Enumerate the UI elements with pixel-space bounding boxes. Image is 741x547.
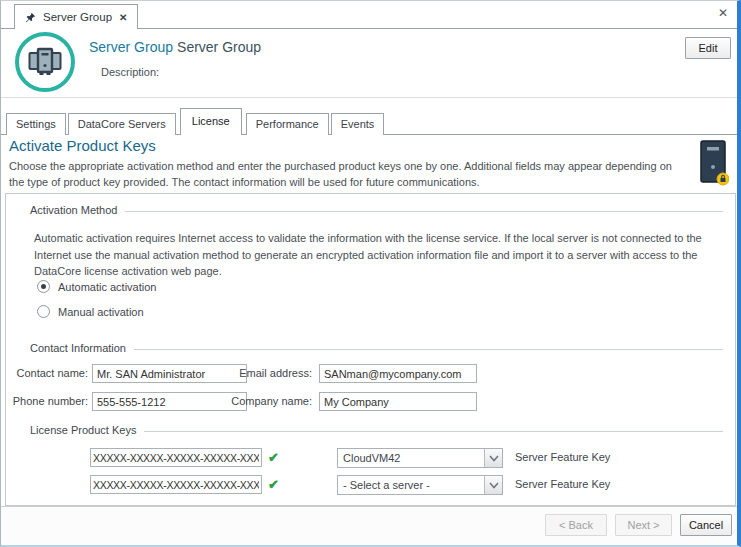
- phone-number-label: Phone number:: [6, 395, 88, 407]
- doc-tab-server-group[interactable]: Server Group ✕: [14, 4, 138, 29]
- section-label: Activation Method: [30, 204, 117, 216]
- contact-name-label: Contact name:: [6, 367, 88, 379]
- product-key-row: ✔ - Select a server - Server Feature Key: [6, 475, 735, 495]
- company-name-field[interactable]: [319, 392, 477, 411]
- chevron-down-icon[interactable]: [484, 449, 502, 467]
- key-valid-check-icon: ✔: [268, 477, 279, 492]
- section-label: Contact Information: [30, 342, 126, 354]
- group-header: Server GroupServer Group Description: Ed…: [1, 29, 737, 98]
- section-license-product-keys: License Product Keys: [30, 424, 723, 436]
- radio-manual-activation[interactable]: Manual activation: [37, 305, 144, 318]
- radio-automatic-activation[interactable]: Automatic activation: [37, 280, 156, 293]
- key-valid-check-icon: ✔: [268, 450, 279, 465]
- product-key-field[interactable]: [90, 475, 262, 494]
- license-page-head: Activate Product Keys Choose the appropr…: [1, 135, 737, 193]
- next-button[interactable]: Next >: [615, 514, 672, 536]
- tab-datacore-servers[interactable]: DataCore Servers: [68, 113, 176, 135]
- section-tab-bar: Settings DataCore Servers License Perfor…: [1, 108, 737, 135]
- server-group-icon: [15, 32, 75, 92]
- doc-tab-label: Server Group: [43, 11, 112, 23]
- contact-row: Phone number: Company name:: [6, 392, 735, 411]
- page-heading: Activate Product Keys: [9, 137, 156, 154]
- radio-label: Automatic activation: [58, 281, 156, 293]
- contact-name-field[interactable]: [92, 364, 247, 383]
- tab-settings[interactable]: Settings: [6, 113, 66, 135]
- section-label: License Product Keys: [30, 424, 136, 436]
- product-key-row: ✔ CloudVM42 Server Feature Key: [6, 448, 735, 468]
- server-select-value: CloudVM42: [338, 452, 484, 464]
- document-tab-strip: Server Group ✕ ✕: [1, 1, 737, 29]
- description-label: Description:: [101, 66, 159, 78]
- email-address-field[interactable]: [319, 364, 477, 383]
- title-group-name: Server Group: [177, 39, 261, 55]
- doc-tab-close-icon[interactable]: ✕: [119, 12, 127, 23]
- radio-selected-icon[interactable]: [37, 280, 50, 293]
- panel-close-icon[interactable]: ✕: [718, 7, 728, 19]
- email-address-label: Email address:: [228, 367, 312, 379]
- section-rule: [125, 211, 723, 212]
- radio-unselected-icon[interactable]: [37, 305, 50, 318]
- chevron-down-icon[interactable]: [484, 476, 502, 494]
- activation-panel: Activation Method Automatic activation r…: [5, 193, 736, 506]
- tab-license[interactable]: License: [180, 108, 242, 135]
- title-group-type: Server Group: [89, 39, 173, 55]
- license-lock-server-icon: [697, 139, 729, 187]
- section-contact-information: Contact Information: [30, 342, 723, 354]
- phone-number-field[interactable]: [92, 392, 247, 411]
- page-intro-text: Choose the appropriate activation method…: [9, 159, 685, 191]
- back-button[interactable]: < Back: [545, 514, 607, 536]
- page-title: Server GroupServer Group: [89, 39, 261, 55]
- section-rule: [134, 349, 723, 350]
- section-rule: [144, 431, 723, 432]
- radio-label: Manual activation: [58, 306, 144, 318]
- tab-performance[interactable]: Performance: [246, 113, 329, 135]
- company-name-label: Company name:: [228, 395, 312, 407]
- product-key-field[interactable]: [90, 448, 262, 467]
- server-select[interactable]: - Select a server -: [337, 475, 503, 495]
- section-activation-method: Activation Method: [30, 204, 723, 216]
- server-select[interactable]: CloudVM42: [337, 448, 503, 468]
- key-type-label: Server Feature Key: [515, 451, 610, 463]
- edit-button[interactable]: Edit: [685, 37, 731, 59]
- wizard-footer: < Back Next > Cancel: [1, 506, 737, 545]
- server-group-window: Server Group ✕ ✕ Server GroupServer Grou…: [0, 0, 741, 547]
- contact-row: Contact name: Email address:: [6, 364, 735, 383]
- tab-events[interactable]: Events: [331, 113, 385, 135]
- server-select-value: - Select a server -: [338, 479, 484, 491]
- cancel-button[interactable]: Cancel: [680, 514, 732, 536]
- pushpin-icon: [25, 12, 36, 23]
- key-type-label: Server Feature Key: [515, 478, 610, 490]
- activation-info-text: Automatic activation requires Internet a…: [34, 230, 736, 280]
